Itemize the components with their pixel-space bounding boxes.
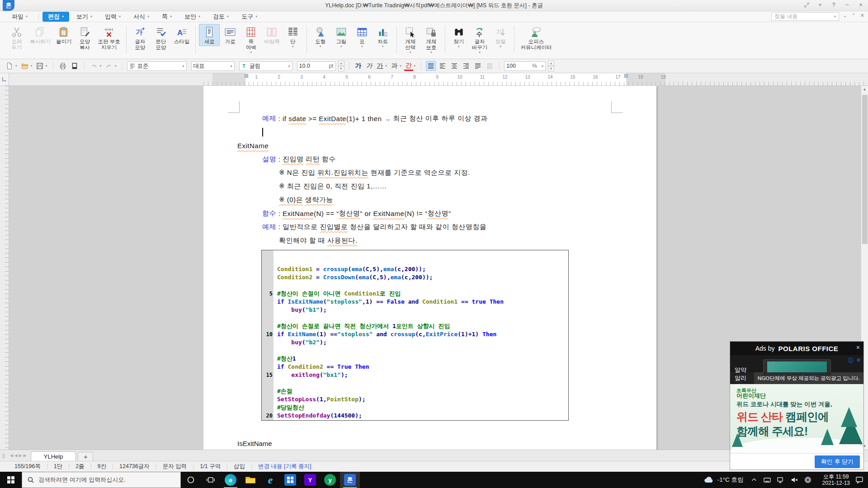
document-line[interactable]: 함수 : ExitName(N) == “청산명” or ExitName(N)… xyxy=(203,206,656,220)
indent-marker-right[interactable] xyxy=(624,74,628,78)
cortana-button[interactable] xyxy=(181,472,201,488)
weather-widget[interactable]: -1°C 흐림 xyxy=(704,476,744,484)
document-line[interactable]: 예제 : if sdate >= ExitDate(1)+ 1 then → 최… xyxy=(203,112,656,125)
document-line[interactable]: ExitName xyxy=(203,139,656,152)
network-icon[interactable] xyxy=(777,476,784,483)
style-select[interactable]: 표준▾ xyxy=(127,61,187,71)
minimize-icon[interactable]: − xyxy=(844,1,851,9)
taskbar-search-input[interactable]: 검색하려면 여기에 입력하십시오. xyxy=(22,472,181,488)
taskbar-app-ytrader[interactable]: y xyxy=(320,472,340,488)
menu-쪽[interactable]: 쪽▾ xyxy=(156,12,177,22)
zoom-input[interactable]: 100%▾ xyxy=(504,61,546,71)
ad-close-icon[interactable]: × xyxy=(856,344,860,351)
toolbar-page-margin-button[interactable]: 쪽여백▾ xyxy=(241,24,261,55)
toolbar-columns-button[interactable]: 단▾ xyxy=(283,24,303,49)
preset-select[interactable]: 대표▾ xyxy=(191,61,235,71)
align-distribute-button[interactable] xyxy=(473,61,483,71)
vertical-ruler[interactable] xyxy=(0,86,9,450)
toolbar-replace-button[interactable]: 수글자바꾸기▾ xyxy=(469,24,491,55)
document-line[interactable]: ※ 최근 진입은 0, 직전 진입 1,…… xyxy=(203,179,656,193)
tab-nav-buttons[interactable]: ◀◀▶▶ xyxy=(10,453,28,458)
align-center-button[interactable] xyxy=(449,61,459,71)
zoom-stepper[interactable]: ▲▼ xyxy=(548,61,554,71)
document-page[interactable]: 예제 : if sdate >= ExitDate(1)+ 1 then → 최… xyxy=(203,86,656,450)
toolbar-obj-protect-button[interactable]: 개체보호▾ xyxy=(421,24,442,55)
taskbar-clock[interactable]: 오후 11:59 2021-12-13 xyxy=(822,474,850,486)
tray-expand-icon[interactable] xyxy=(751,477,757,483)
new-document-button[interactable] xyxy=(5,61,14,71)
toolbar-paste-button[interactable]: 붙이기 xyxy=(53,24,75,46)
toolbar-find-button[interactable]: 찾기▾ xyxy=(448,24,469,49)
taskbar-app-hwp[interactable]: 혼 xyxy=(340,472,360,488)
adchoices-close-icon[interactable]: ✕ xyxy=(856,357,861,365)
toolbar-erase-marks-button[interactable]: 조판 부호지우기 xyxy=(95,24,123,52)
doc-list-icon[interactable]: ▯ xyxy=(2,453,5,459)
help-icon[interactable]: ? xyxy=(830,1,837,9)
font-color-button[interactable]: 간 xyxy=(404,61,413,71)
ad-confirm-close-button[interactable]: 확인 후 닫기 xyxy=(815,455,860,468)
toolbar-horizontal-button[interactable]: 가로 xyxy=(220,24,241,46)
horizontal-ruler[interactable]: 12345678910111213141516171819 xyxy=(9,73,868,86)
code-example-box[interactable]: Condition1 = crossup(ema(C,5),ema(c,200)… xyxy=(261,250,569,421)
toolbar-picture-button[interactable]: 그림▾ xyxy=(331,24,352,49)
taskbar-app-ie[interactable]: e xyxy=(260,472,280,488)
taskbar-app-explorer[interactable] xyxy=(241,472,260,488)
menu-입력[interactable]: 입력▾ xyxy=(99,12,126,22)
taskbar-app-store[interactable] xyxy=(280,472,300,488)
undo-button[interactable] xyxy=(89,61,99,71)
menu-보기[interactable]: 보기▾ xyxy=(71,12,98,22)
close-icon[interactable]: × xyxy=(857,1,864,9)
document-line[interactable]: 확인해야 할 때 사용된다. xyxy=(203,234,656,247)
adchoices-info-icon[interactable]: ⓘ xyxy=(848,357,854,365)
underline-button[interactable]: 가 xyxy=(376,62,385,70)
document-line[interactable] xyxy=(203,125,656,139)
toolbar-chart-button[interactable]: 차트▾ xyxy=(373,24,393,49)
redo-button[interactable] xyxy=(104,61,114,71)
toolbar-char-shape-button[interactable]: 가글자모양 xyxy=(130,24,151,52)
action-center-button[interactable] xyxy=(855,476,863,484)
fullscreen-icon[interactable]: ⤢ xyxy=(803,1,810,9)
ruler-corner-box[interactable] xyxy=(0,73,9,86)
find-input[interactable]: 찾을 내용 ▾ xyxy=(771,12,839,21)
volume-muted-icon[interactable] xyxy=(791,476,798,483)
italic-button[interactable]: 가 xyxy=(365,62,374,70)
font-size-input[interactable]: 10.0pt xyxy=(297,61,336,71)
toolbar-communicator-button[interactable]: 오피스커뮤니케이터 xyxy=(518,24,554,52)
font-size-stepper[interactable]: ▲▼ xyxy=(338,61,344,71)
menu-검토[interactable]: 검토▾ xyxy=(208,12,234,22)
find-prev-icon[interactable]: ⌄ xyxy=(843,13,847,19)
document-text[interactable]: 예제 : if sdate >= ExitDate(1)+ 1 then → 최… xyxy=(203,112,656,247)
align-right-button[interactable] xyxy=(461,61,471,71)
strike-button[interactable]: 과 xyxy=(390,62,399,70)
preview-button[interactable] xyxy=(70,61,80,71)
vertical-scroll-thumb[interactable] xyxy=(862,95,868,244)
menu-보안[interactable]: 보안▾ xyxy=(179,12,206,22)
find-close-icon[interactable]: ✕ xyxy=(860,13,864,19)
toolbar-shapes-button[interactable]: 도형▾ xyxy=(310,24,331,49)
document-tab[interactable]: YLHelp xyxy=(31,451,76,461)
disconnected-icon[interactable] xyxy=(804,476,811,483)
menu-도구[interactable]: 도구▾ xyxy=(236,12,263,22)
menu-파일[interactable]: 파일▾ xyxy=(6,12,33,22)
document-line[interactable]: ※ (0)은 생략가능 xyxy=(203,193,656,206)
align-left-button[interactable] xyxy=(438,61,448,71)
taskbar-app-yahoo[interactable]: Y xyxy=(300,472,320,488)
font-select[interactable]: T굴림▾ xyxy=(239,61,292,71)
bold-button[interactable]: 가 xyxy=(354,62,363,70)
scroll-up-icon[interactable]: ▲ xyxy=(862,87,867,91)
taskbar-app-edge[interactable]: e xyxy=(221,472,241,488)
toolbar-vertical-button[interactable]: 세로 xyxy=(199,24,220,46)
align-divide-button[interactable] xyxy=(485,61,495,71)
chevron-down-icon[interactable]: ▾ xyxy=(834,14,836,19)
toolbar-shape-copy-button[interactable]: 모양복사 xyxy=(75,24,95,52)
toolbar-table-button[interactable]: 표▾ xyxy=(352,24,373,49)
open-document-button[interactable] xyxy=(20,61,30,71)
start-button[interactable] xyxy=(0,472,22,488)
toolbar-style-button[interactable]: A스타일 xyxy=(171,24,193,46)
document-line[interactable]: ※ N은 진입 위치.진입위치는 현재를 기준으로 역순으로 지정. xyxy=(203,166,656,179)
document-line[interactable]: 예제 : 일반적으로 진입별로 청산을 달리하고자 할 때와 같이 청산명칭을 xyxy=(203,220,656,234)
document-line[interactable]: 설명 : 진입명 리턴 함수 xyxy=(203,152,656,166)
new-tab-button[interactable]: + xyxy=(78,452,93,461)
menu-서식[interactable]: 서식▾ xyxy=(128,12,155,22)
indent-marker-left[interactable] xyxy=(245,74,248,78)
